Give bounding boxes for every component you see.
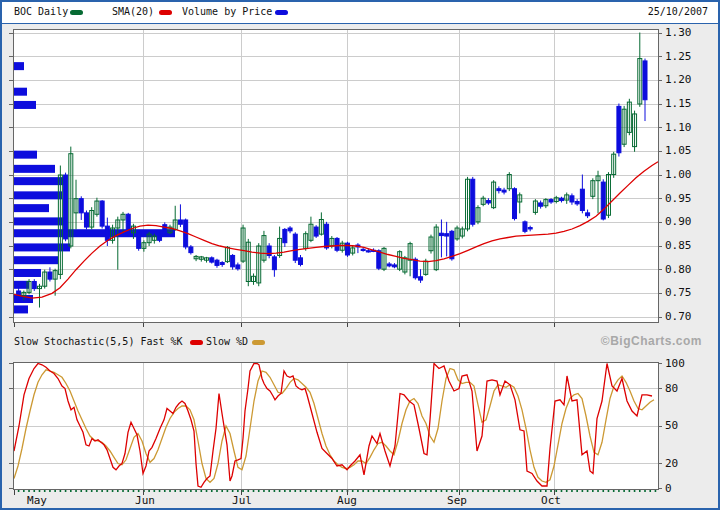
price-tick-label: 1.05 [665, 145, 692, 157]
chart-date: 25/10/2007 [648, 6, 708, 17]
fast-k-swatch-icon [190, 340, 203, 345]
series-title-label: BOC Daily [14, 6, 68, 17]
price-tick-label: 1.00 [665, 169, 692, 181]
stoch-tick-label: 50 [665, 420, 678, 432]
stoch-tick-label: 100 [665, 358, 685, 370]
main-legend-bar: BOC Daily SMA(20) Volume by Price 25/10/… [2, 2, 718, 24]
price-tick-label: 0.75 [665, 287, 692, 299]
sma-label: SMA(20) [112, 6, 154, 17]
price-tick-label: 0.90 [665, 216, 692, 228]
stochastic-chart [8, 360, 664, 497]
month-label: Jul [232, 494, 252, 507]
bigcharts-watermark: ©BigCharts.com [601, 334, 702, 348]
price-tick-label: 0.80 [665, 264, 692, 276]
month-label: Sep [447, 494, 467, 507]
price-tick-label: 1.10 [665, 122, 692, 134]
price-tick-label: 0.85 [665, 240, 692, 252]
stoch-tick-label: 0 [665, 483, 672, 495]
price-candlestick-chart [8, 29, 664, 329]
price-tick-label: 0.95 [665, 193, 692, 205]
slow-d-swatch-icon [252, 340, 265, 345]
stoch-tick-label: 20 [665, 458, 678, 470]
stoch-tick-label: 80 [665, 383, 678, 395]
month-label: Jun [135, 494, 155, 507]
stochastic-title-label: Slow Stochastic(5,5) Fast %K [14, 336, 183, 347]
sma-swatch-icon [159, 10, 172, 15]
month-label: May [27, 494, 47, 507]
price-tick-label: 1.30 [665, 27, 692, 39]
price-tick-label: 1.25 [665, 51, 692, 63]
price-tick-label: 1.15 [665, 98, 692, 110]
slow-d-label: Slow %D [206, 336, 248, 347]
volume-by-price-swatch-icon [275, 10, 288, 15]
price-tick-label: 0.70 [665, 311, 692, 323]
bigcharts-chart-window: BOC Daily SMA(20) Volume by Price 25/10/… [0, 0, 720, 510]
price-series-swatch-icon [70, 10, 83, 15]
price-tick-label: 1.20 [665, 74, 692, 86]
month-label: Aug [337, 494, 357, 507]
volume-by-price-label: Volume by Price [182, 6, 272, 17]
month-label: Oct [541, 494, 561, 507]
